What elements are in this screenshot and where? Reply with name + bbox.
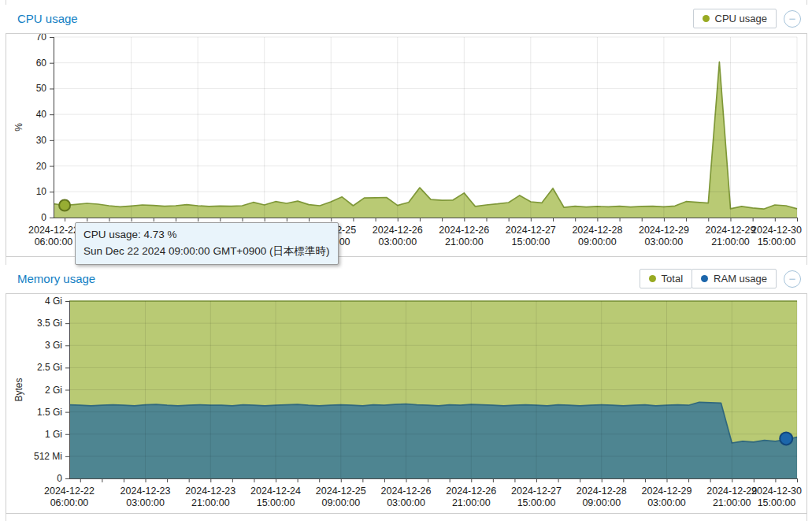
svg-text:2024-12-24: 2024-12-24 bbox=[250, 486, 301, 497]
svg-text:06:00:00: 06:00:00 bbox=[50, 497, 89, 508]
svg-text:1.5 Gi: 1.5 Gi bbox=[37, 407, 62, 418]
cpu-usage-widget: CPU usage CPU usage − 010203040506070202… bbox=[6, 5, 807, 257]
svg-text:21:00:00: 21:00:00 bbox=[445, 236, 484, 247]
svg-text:0: 0 bbox=[41, 212, 46, 223]
svg-text:2024-12-25: 2024-12-25 bbox=[316, 486, 366, 497]
svg-text:2024-12-26: 2024-12-26 bbox=[439, 225, 489, 236]
memory-widget-title[interactable]: Memory usage bbox=[17, 272, 95, 285]
tooltip-value-line: CPU usage: 4.73 % bbox=[83, 226, 330, 243]
svg-text:2024-12-30: 2024-12-30 bbox=[751, 486, 802, 497]
svg-text:2024-12-29: 2024-12-29 bbox=[706, 486, 757, 497]
svg-text:03:00:00: 03:00:00 bbox=[378, 236, 417, 247]
cpu-series-dot-icon bbox=[703, 15, 710, 22]
svg-text:60: 60 bbox=[36, 58, 47, 69]
memory-legend-group: Total RAM usage − bbox=[640, 269, 801, 288]
svg-text:15:00:00: 15:00:00 bbox=[758, 236, 796, 247]
svg-text:03:00:00: 03:00:00 bbox=[126, 497, 165, 508]
svg-text:2024-12-22: 2024-12-22 bbox=[44, 486, 95, 497]
svg-text:09:00:00: 09:00:00 bbox=[321, 497, 360, 508]
legend-item-cpu-usage[interactable]: CPU usage bbox=[693, 9, 777, 28]
svg-text:2024-12-23: 2024-12-23 bbox=[121, 486, 171, 497]
svg-text:21:00:00: 21:00:00 bbox=[452, 497, 491, 508]
svg-text:2024-12-26: 2024-12-26 bbox=[373, 225, 423, 236]
selected-point-marker bbox=[780, 432, 792, 445]
svg-text:2024-12-22: 2024-12-22 bbox=[28, 225, 79, 236]
svg-text:%: % bbox=[13, 123, 24, 132]
svg-text:4 Gi: 4 Gi bbox=[45, 296, 62, 307]
collapse-icon[interactable]: − bbox=[784, 270, 801, 288]
svg-text:2024-12-23: 2024-12-23 bbox=[185, 486, 235, 497]
svg-text:15:00:00: 15:00:00 bbox=[758, 497, 796, 508]
cpu-widget-title[interactable]: CPU usage bbox=[17, 12, 78, 25]
svg-text:2024-12-29: 2024-12-29 bbox=[705, 225, 755, 236]
cpu-widget-header: CPU usage CPU usage − bbox=[6, 5, 807, 33]
svg-text:70: 70 bbox=[36, 34, 47, 43]
svg-text:3 Gi: 3 Gi bbox=[45, 340, 62, 351]
svg-text:3.5 Gi: 3.5 Gi bbox=[37, 318, 62, 329]
svg-text:03:00:00: 03:00:00 bbox=[387, 497, 425, 508]
svg-text:03:00:00: 03:00:00 bbox=[647, 497, 686, 508]
total-series-dot-icon bbox=[649, 275, 656, 282]
svg-text:2024-12-26: 2024-12-26 bbox=[446, 486, 496, 497]
collapse-icon[interactable]: − bbox=[784, 10, 801, 28]
svg-text:21:00:00: 21:00:00 bbox=[713, 497, 751, 508]
memory-usage-widget: Memory usage Total RAM usage − 0512 Mi1 … bbox=[6, 265, 807, 514]
svg-text:09:00:00: 09:00:00 bbox=[578, 236, 617, 247]
svg-text:2 Gi: 2 Gi bbox=[45, 385, 62, 396]
ram-series-dot-icon bbox=[701, 275, 708, 282]
chart-tooltip: CPU usage: 4.73 % Sun Dec 22 2024 09:00:… bbox=[75, 222, 339, 265]
svg-text:20: 20 bbox=[36, 161, 47, 172]
svg-text:2024-12-27: 2024-12-27 bbox=[511, 486, 562, 497]
svg-text:Bytes: Bytes bbox=[13, 378, 24, 401]
svg-text:2024-12-29: 2024-12-29 bbox=[642, 486, 692, 497]
svg-text:1 Gi: 1 Gi bbox=[45, 429, 62, 440]
svg-text:512 Mi: 512 Mi bbox=[34, 451, 62, 462]
tooltip-time-line: Sun Dec 22 2024 09:00:00 GMT+0900 (日本標準時… bbox=[83, 243, 330, 259]
svg-text:15:00:00: 15:00:00 bbox=[512, 236, 551, 247]
legend-label: CPU usage bbox=[715, 13, 767, 24]
svg-text:21:00:00: 21:00:00 bbox=[711, 236, 750, 247]
svg-text:2.5 Gi: 2.5 Gi bbox=[37, 362, 62, 373]
legend-label: RAM usage bbox=[714, 273, 767, 285]
svg-text:06:00:00: 06:00:00 bbox=[35, 236, 73, 247]
svg-text:2024-12-28: 2024-12-28 bbox=[572, 225, 622, 236]
memory-usage-chart[interactable]: 0512 Mi1 Gi1.5 Gi2 Gi2.5 Gi3 Gi3.5 Gi4 G… bbox=[6, 294, 806, 513]
svg-text:2024-12-27: 2024-12-27 bbox=[506, 225, 556, 236]
svg-text:30: 30 bbox=[36, 135, 47, 146]
svg-text:15:00:00: 15:00:00 bbox=[257, 497, 295, 508]
svg-text:50: 50 bbox=[36, 83, 47, 94]
memory-widget-header: Memory usage Total RAM usage − bbox=[6, 265, 807, 293]
svg-text:10: 10 bbox=[36, 186, 47, 197]
svg-text:2024-12-29: 2024-12-29 bbox=[639, 225, 689, 236]
svg-text:0: 0 bbox=[57, 473, 62, 484]
svg-text:03:00:00: 03:00:00 bbox=[645, 236, 684, 247]
legend-item-total[interactable]: Total bbox=[640, 269, 692, 288]
svg-text:2024-12-26: 2024-12-26 bbox=[381, 486, 432, 497]
selected-point-marker bbox=[59, 200, 70, 211]
svg-text:21:00:00: 21:00:00 bbox=[191, 497, 230, 508]
svg-text:40: 40 bbox=[36, 109, 47, 120]
cpu-legend-group: CPU usage − bbox=[694, 9, 801, 28]
legend-item-ram-usage[interactable]: RAM usage bbox=[691, 269, 777, 288]
memory-graph-box: 0512 Mi1 Gi1.5 Gi2 Gi2.5 Gi3 Gi3.5 Gi4 G… bbox=[6, 293, 807, 514]
svg-text:2024-12-30: 2024-12-30 bbox=[751, 225, 802, 236]
svg-text:15:00:00: 15:00:00 bbox=[517, 497, 556, 508]
legend-label: Total bbox=[662, 273, 683, 285]
svg-text:2024-12-28: 2024-12-28 bbox=[577, 486, 627, 497]
svg-text:09:00:00: 09:00:00 bbox=[582, 497, 621, 508]
